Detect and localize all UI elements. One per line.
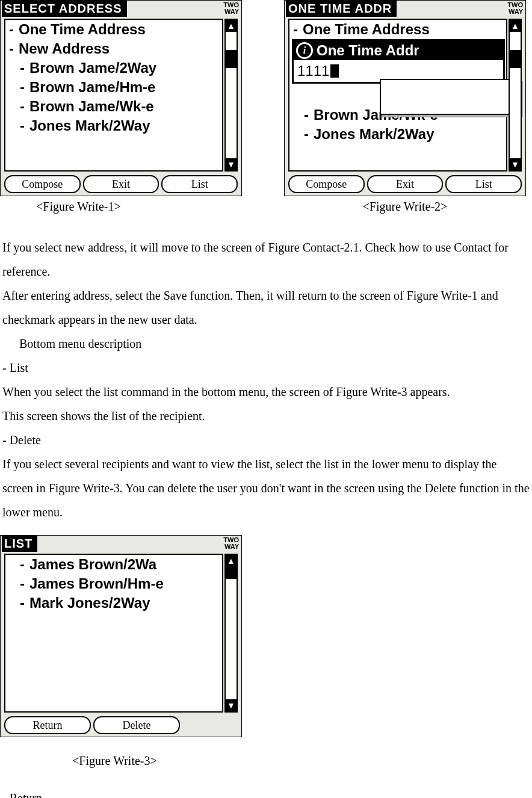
scroll-down-icon[interactable]: ▼	[226, 158, 237, 170]
scroll-up-icon[interactable]: ▲	[510, 20, 521, 32]
exit-button[interactable]: Exit	[83, 175, 159, 193]
bullet-icon: -	[9, 40, 14, 57]
scrollbar[interactable]: ▲ ▼	[224, 554, 238, 713]
paragraph: After entering address, select the Save …	[2, 283, 530, 332]
bullet-icon: -	[304, 107, 309, 123]
compose-button[interactable]: Compose	[4, 175, 81, 193]
screen-title: LIST	[2, 536, 37, 552]
figure-caption: <Figure Write-3>	[0, 737, 532, 768]
paragraph: - Return	[2, 786, 530, 798]
popup-title-text: One Time Addr	[317, 42, 419, 59]
bullet-icon: -	[20, 556, 25, 573]
list-button[interactable]: List	[161, 175, 238, 193]
bullet-icon: -	[293, 21, 298, 38]
screen-write-2: ONE TIME ADDR TWOWAY -One Time Address -…	[284, 0, 526, 196]
paragraph: Bottom menu description	[2, 332, 530, 356]
screen-title: SELECT ADDRESS	[2, 1, 127, 17]
list-item[interactable]: -James Brown/2Wa	[5, 555, 222, 574]
paragraph: - List	[2, 356, 530, 380]
screen-write-3: LIST TWOWAY -James Brown/2Wa -James Brow…	[0, 535, 242, 737]
list-item[interactable]: -Mark Jones/2Way	[5, 593, 222, 613]
paragraph: If you select several recipients and wan…	[2, 452, 530, 524]
figure-caption: <Figure Write-1>	[0, 196, 242, 214]
recipient-list[interactable]: -James Brown/2Wa -James Brown/Hm-e -Mark…	[4, 554, 223, 713]
bullet-icon: -	[20, 60, 25, 76]
cursor-icon	[330, 64, 339, 78]
screen-title: ONE TIME ADDR	[286, 1, 397, 17]
screen-write-1: SELECT ADDRESS TWOWAY -One Time Address …	[0, 0, 242, 196]
list-item[interactable]: -One Time Address	[5, 20, 222, 39]
scrollbar[interactable]: ▲ ▼	[509, 19, 522, 172]
bullet-icon: -	[20, 575, 25, 592]
list-item[interactable]: -Brown Jame/Hm-e	[5, 78, 222, 97]
scroll-thumb[interactable]	[510, 50, 521, 68]
list-button[interactable]: List	[445, 175, 522, 193]
scroll-thumb[interactable]	[226, 567, 237, 579]
paragraph: When you select the list command in the …	[2, 380, 530, 404]
scrollbar[interactable]: ▲ ▼	[224, 19, 238, 172]
body-text: - Return	[0, 768, 532, 798]
list-item[interactable]: -Jones Mark/2Way	[289, 125, 506, 144]
figure-caption: <Figure Write-2>	[284, 196, 526, 214]
compose-button[interactable]: Compose	[288, 175, 365, 193]
list-item[interactable]: -Brown Jame/2Way	[5, 58, 222, 78]
scroll-up-icon[interactable]: ▲	[226, 20, 237, 32]
bullet-icon: -	[9, 21, 14, 38]
return-button[interactable]: Return	[4, 716, 91, 734]
scroll-down-icon[interactable]: ▼	[226, 699, 237, 711]
bullet-icon: -	[304, 126, 309, 143]
bullet-icon: -	[20, 79, 25, 96]
two-way-indicator-icon: TWOWAY	[223, 1, 240, 15]
delete-button[interactable]: Delete	[93, 716, 180, 734]
paragraph: - Delete	[2, 428, 530, 452]
list-item[interactable]: -New Address	[5, 39, 222, 58]
overlay-patch	[380, 79, 521, 115]
info-icon: i	[296, 42, 313, 59]
scroll-thumb[interactable]	[226, 50, 237, 68]
bullet-icon: -	[20, 595, 25, 611]
list-item[interactable]: -Brown Jame/Wk-e	[5, 97, 222, 116]
bullet-icon: -	[20, 117, 25, 134]
two-way-indicator-icon: TWOWAY	[223, 536, 240, 550]
bullet-icon: -	[20, 98, 25, 115]
exit-button[interactable]: Exit	[367, 175, 444, 193]
one-time-addr-popup: i One Time Addr 1111	[292, 39, 505, 84]
scroll-down-icon[interactable]: ▼	[510, 158, 521, 170]
list-item[interactable]: -James Brown/Hm-e	[5, 574, 222, 593]
address-list[interactable]: -One Time Address -New Address -Brown Ja…	[4, 19, 223, 172]
two-way-indicator-icon: TWOWAY	[507, 1, 524, 15]
paragraph: This screen shows the list of the recipi…	[2, 404, 530, 428]
paragraph: If you select new address, it will move …	[2, 235, 530, 283]
list-item[interactable]: -One Time Address	[289, 20, 506, 39]
scroll-up-icon[interactable]: ▲	[226, 555, 237, 567]
body-text: If you select new address, it will move …	[0, 214, 532, 524]
list-item[interactable]: -Jones Mark/2Way	[5, 116, 222, 135]
